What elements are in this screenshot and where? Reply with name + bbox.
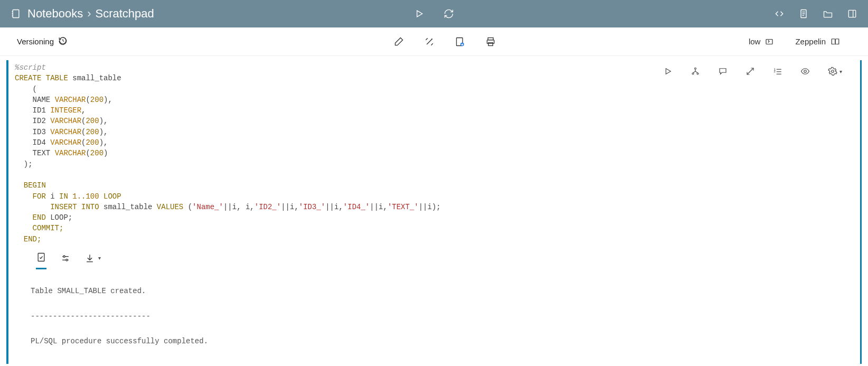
svg-marker-22	[666, 69, 671, 74]
svg-point-42	[66, 259, 68, 260]
cell-toolbar: 12 ▾	[661, 64, 844, 78]
svg-point-36	[804, 70, 807, 73]
code-icon[interactable]	[772, 6, 787, 21]
eraser-icon[interactable]	[391, 34, 406, 49]
dependency-tree-icon[interactable]	[688, 64, 702, 78]
svg-rect-9	[848, 10, 855, 17]
code-cell: 12 ▾ %script CREATE TABLE small_table ( …	[0, 56, 868, 366]
svg-line-13	[426, 38, 428, 40]
visibility-icon[interactable]	[798, 64, 812, 78]
svg-line-12	[427, 39, 432, 44]
zeppelin-control[interactable]: Zeppelin	[795, 37, 841, 46]
refresh-icon[interactable]	[441, 6, 456, 21]
svg-point-40	[63, 256, 65, 257]
svg-line-29	[750, 68, 753, 71]
breadcrumb: Notebooks › Scratchpad	[8, 6, 154, 21]
breadcrumb-root[interactable]: Notebooks	[27, 7, 83, 21]
folder-icon[interactable]	[820, 6, 835, 21]
output-line-1: Table SMALL_TABLE created.	[31, 287, 146, 295]
svg-line-14	[431, 43, 433, 45]
script-output-tab[interactable]	[36, 252, 46, 269]
print-icon[interactable]	[483, 34, 498, 49]
top-bar: Notebooks › Scratchpad	[0, 0, 868, 27]
result-tabs: ▾	[15, 245, 856, 269]
versioning-control[interactable]: Versioning	[17, 36, 68, 47]
svg-marker-4	[417, 11, 422, 17]
output-line-2: PL/SQL procedure successfully completed.	[31, 337, 208, 345]
svg-line-30	[747, 71, 750, 74]
notebook-icon	[8, 6, 23, 21]
comment-icon[interactable]	[716, 64, 730, 78]
run-all-icon[interactable]	[412, 6, 427, 21]
versioning-label: Versioning	[17, 37, 54, 46]
download-tab[interactable]: ▾	[84, 253, 101, 269]
secondary-toolbar: Versioning low Zeppelin	[0, 27, 868, 56]
svg-line-28	[695, 71, 698, 73]
svg-text:2: 2	[774, 70, 776, 73]
svg-point-23	[695, 68, 696, 69]
history-icon	[58, 36, 68, 47]
line-numbers-icon[interactable]: 12	[771, 64, 785, 78]
output-separator: ---------------------------	[31, 312, 150, 321]
svg-point-25	[697, 73, 699, 74]
svg-rect-20	[488, 42, 493, 45]
svg-point-24	[692, 73, 694, 74]
document-icon[interactable]	[796, 6, 811, 21]
svg-rect-0	[13, 10, 19, 18]
svg-line-27	[693, 71, 696, 73]
code-editor[interactable]: %script CREATE TABLE small_table ( NAME …	[15, 62, 856, 245]
breadcrumb-current[interactable]: Scratchpad	[96, 7, 154, 21]
svg-rect-38	[38, 254, 44, 261]
run-cell-icon[interactable]	[661, 64, 675, 78]
settings-tab[interactable]	[60, 253, 71, 269]
svg-point-37	[832, 70, 834, 73]
expand-icon[interactable]	[743, 64, 757, 78]
svg-point-15	[432, 39, 432, 39]
zeppelin-label: Zeppelin	[795, 37, 826, 46]
priority-control[interactable]: low	[749, 37, 775, 46]
save-download-icon[interactable]	[452, 34, 467, 49]
low-label: low	[749, 37, 761, 46]
output-area: Table SMALL_TABLE created. -------------…	[15, 269, 856, 359]
panel-icon[interactable]	[845, 6, 860, 21]
settings-icon[interactable]: ▾	[826, 64, 844, 78]
chevron-right-icon: ›	[87, 7, 91, 21]
magic-icon[interactable]	[422, 34, 437, 49]
